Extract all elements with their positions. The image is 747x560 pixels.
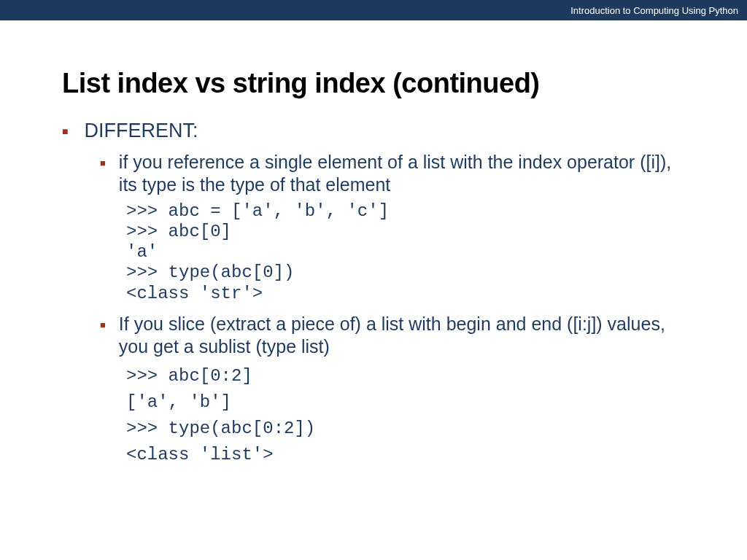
code-block-slicing: >>> abc[0:2] ['a', 'b'] >>> type(abc[0:2… — [126, 363, 685, 468]
bullet-single-element: ■ if you reference a single element of a… — [100, 151, 685, 197]
code-line: >>> type(abc[0:2]) — [126, 416, 685, 442]
slide-content: List index vs string index (continued) ■… — [0, 20, 747, 468]
bullet-different-text: DIFFERENT: — [84, 120, 198, 142]
bullet-marker-icon: ■ — [62, 125, 68, 137]
code-line: <class 'str'> — [126, 284, 685, 304]
code-line: >>> type(abc[0]) — [126, 262, 685, 283]
code-line: 'a' — [126, 242, 685, 262]
code-block-indexing: >>> abc = ['a', 'b', 'c'] >>> abc[0] 'a'… — [126, 201, 685, 305]
bullet-single-element-text: if you reference a single element of a l… — [119, 151, 685, 197]
slide-title: List index vs string index (continued) — [62, 68, 685, 99]
code-line: >>> abc = ['a', 'b', 'c'] — [126, 201, 685, 222]
bullet-marker-icon: ■ — [100, 319, 106, 330]
course-label: Introduction to Computing Using Python — [570, 5, 738, 16]
bullet-marker-icon: ■ — [100, 158, 106, 168]
bullet-different: ■ DIFFERENT: — [62, 120, 685, 142]
code-line: <class 'list'> — [126, 442, 685, 468]
code-line: >>> abc[0] — [126, 222, 685, 242]
header-bar: Introduction to Computing Using Python — [0, 0, 747, 20]
code-line: >>> abc[0:2] — [126, 363, 685, 389]
bullet-slice: ■ If you slice (extract a piece of) a li… — [100, 313, 685, 359]
bullet-slice-text: If you slice (extract a piece of) a list… — [119, 313, 685, 359]
code-line: ['a', 'b'] — [126, 389, 685, 416]
